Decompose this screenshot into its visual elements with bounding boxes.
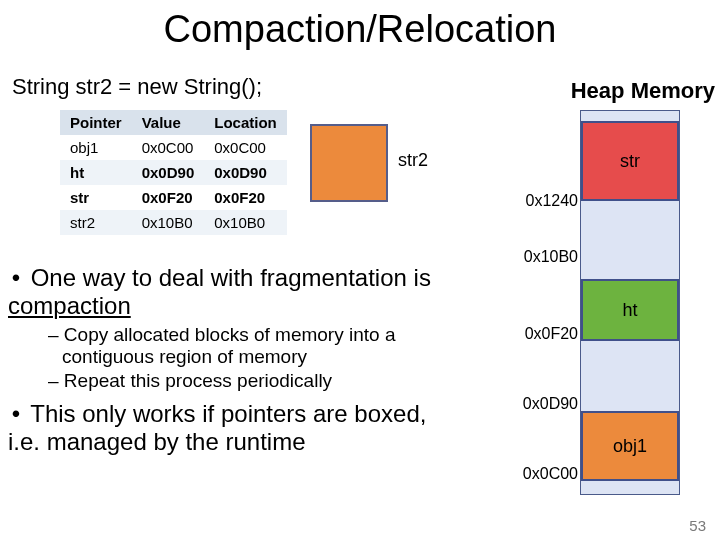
addr-0f20: 0x0F20 [508,325,578,343]
table-row: obj1 0x0C00 0x0C00 [60,135,287,160]
cell: 0x0F20 [204,185,287,210]
heap-block-obj1-label: obj1 [613,436,647,457]
cell: 0x10B0 [132,210,205,235]
cell: 0x10B0 [204,210,287,235]
sub-bullet-2: Repeat this process periodically [48,370,448,392]
table-header-row: Pointer Value Location [60,110,287,135]
col-pointer: Pointer [60,110,132,135]
col-location: Location [204,110,287,135]
code-line: String str2 = new String(); [12,74,262,100]
sub-bullet-1: Copy allocated blocks of memory into a c… [48,324,448,368]
cell: 0x0F20 [132,185,205,210]
bullet-1-text: One way to deal with fragmentation is [31,264,431,291]
cell: 0x0D90 [132,160,205,185]
cell: 0x0C00 [204,135,287,160]
bullet-1-underline: compaction [8,292,131,319]
cell: 0x0D90 [204,160,287,185]
heap-block-ht: ht [581,279,679,341]
str2-block-label: str2 [398,150,428,171]
cell: ht [60,160,132,185]
cell: str [60,185,132,210]
heap-block-str-label: str [620,151,640,172]
pointer-table: Pointer Value Location obj1 0x0C00 0x0C0… [60,110,287,235]
addr-1240: 0x1240 [508,192,578,210]
slide-number: 53 [689,517,706,534]
table-row: str 0x0F20 0x0F20 [60,185,287,210]
heap-block-ht-label: ht [622,300,637,321]
table-row: ht 0x0D90 0x0D90 [60,160,287,185]
cell: str2 [60,210,132,235]
str2-block [310,124,388,202]
heap-column: str ht obj1 [580,110,680,495]
sub-bullets: Copy allocated blocks of memory into a c… [48,324,448,392]
bullet-2-text: This only works if pointers are boxed, i… [8,400,426,455]
slide-title: Compaction/Relocation [0,8,720,51]
heap-block-str: str [581,121,679,201]
cell: obj1 [60,135,132,160]
addr-0c00: 0x0C00 [508,465,578,483]
bullet-1: • One way to deal with fragmentation is … [8,264,448,320]
addr-10b0: 0x10B0 [508,248,578,266]
bullet-2: • This only works if pointers are boxed,… [8,400,448,456]
heap-block-obj1: obj1 [581,411,679,481]
heap-memory-label: Heap Memory [571,78,715,104]
table-row: str2 0x10B0 0x10B0 [60,210,287,235]
bullet-list: • One way to deal with fragmentation is … [8,264,448,458]
cell: 0x0C00 [132,135,205,160]
col-value: Value [132,110,205,135]
addr-0d90: 0x0D90 [508,395,578,413]
